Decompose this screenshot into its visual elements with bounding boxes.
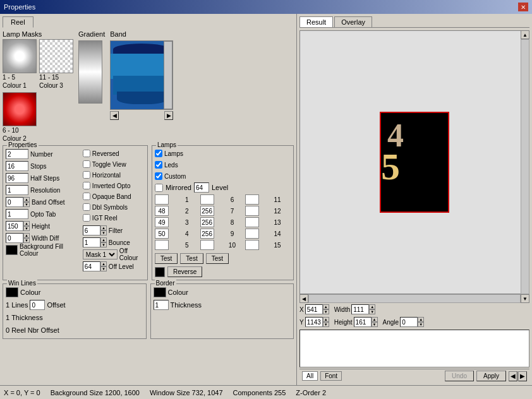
nav-fwd-btn[interactable]: ▶ — [518, 371, 527, 381]
toggle-view-checkbox[interactable] — [83, 160, 90, 168]
resolution-input[interactable] — [6, 185, 28, 195]
lamp-cell-r3c5[interactable] — [245, 217, 259, 227]
tab-result[interactable]: Result — [299, 16, 333, 27]
lamp-cell-r5c1[interactable] — [155, 240, 169, 250]
reversed-checkbox[interactable] — [83, 150, 90, 157]
lamp-cell-r3c3[interactable] — [200, 217, 214, 227]
scroll-up-btn[interactable]: ▲ — [521, 30, 529, 39]
band-prev-btn[interactable]: ◀ — [110, 111, 119, 120]
bounce-down[interactable]: ▼ — [100, 242, 107, 247]
y-down[interactable]: ▼ — [323, 322, 329, 327]
band-offset-down[interactable]: ▼ — [23, 202, 30, 207]
lamp-cell-r4c3[interactable] — [200, 229, 214, 239]
lines-input[interactable] — [30, 300, 45, 310]
x-input[interactable] — [305, 304, 323, 314]
opaque-band-checkbox[interactable] — [83, 193, 90, 200]
bg-fill-swatch[interactable] — [6, 245, 18, 255]
border-colour-swatch[interactable] — [154, 287, 166, 297]
band-next-btn[interactable]: ▶ — [164, 111, 173, 120]
igt-reel-checkbox[interactable] — [83, 214, 90, 222]
apply-button[interactable]: Apply — [476, 371, 506, 381]
band-offset-up[interactable]: ▲ — [23, 197, 30, 202]
width-up[interactable]: ▲ — [369, 304, 375, 309]
mask-colour-3-preview[interactable] — [39, 39, 73, 73]
width-input[interactable] — [351, 304, 369, 314]
y-input[interactable] — [305, 317, 323, 327]
off-level-input[interactable] — [83, 261, 100, 271]
height-input[interactable] — [6, 221, 23, 231]
border-thickness-input[interactable] — [154, 300, 169, 310]
scroll-left-btn[interactable]: ◀ — [299, 294, 308, 303]
undo-button[interactable]: Undo — [445, 371, 474, 381]
win-colour-swatch[interactable] — [6, 287, 18, 297]
test-btn-2[interactable]: Test — [180, 253, 203, 264]
angle-up[interactable]: ▲ — [418, 317, 424, 322]
lamp-cell-r2c5[interactable] — [245, 206, 259, 216]
angle-down[interactable]: ▼ — [418, 322, 424, 327]
level-input[interactable] — [194, 182, 209, 193]
lamp-cell-r3c1[interactable] — [155, 217, 169, 227]
horizontal-checkbox[interactable] — [83, 171, 90, 179]
lamps-checkbox[interactable] — [155, 150, 162, 157]
lamp-cell-r2c3[interactable] — [200, 206, 214, 216]
y-up[interactable]: ▲ — [323, 317, 329, 322]
mask-colour-2-preview[interactable] — [3, 92, 37, 126]
width-down[interactable]: ▼ — [369, 309, 375, 314]
lamp-cell-r1c5[interactable] — [245, 194, 259, 205]
stops-input[interactable] — [6, 161, 28, 171]
x-up[interactable]: ▲ — [323, 304, 329, 309]
height-down[interactable]: ▼ — [23, 226, 30, 231]
dbl-symbols-checkbox[interactable] — [83, 203, 90, 211]
leds-checkbox[interactable] — [155, 161, 162, 169]
number-input[interactable] — [6, 149, 28, 159]
scroll-track-h[interactable] — [308, 294, 521, 303]
lamp-cell-r1c3[interactable] — [200, 194, 214, 205]
filter-input[interactable] — [83, 225, 100, 235]
lamp-cell-r4c1[interactable] — [155, 229, 169, 239]
height-pos-up[interactable]: ▲ — [372, 317, 378, 322]
footer-tab-font[interactable]: Font — [320, 371, 342, 381]
lamp-cell-r4c5[interactable] — [245, 229, 259, 239]
bounce-input[interactable] — [83, 237, 100, 247]
width-diff-down[interactable]: ▼ — [23, 238, 30, 243]
bounce-up[interactable]: ▲ — [100, 237, 107, 242]
half-steps-input[interactable] — [6, 173, 28, 183]
half-steps-label: Half Steps — [30, 175, 59, 182]
reverse-btn[interactable]: Reverse — [167, 266, 202, 277]
lamp-cell-r5c3[interactable] — [200, 240, 214, 250]
tab-overlay[interactable]: Overlay — [334, 16, 372, 27]
lamp-cell-r2c1[interactable] — [155, 206, 169, 216]
scroll-track-v[interactable] — [521, 39, 529, 294]
mask-colour-1-preview[interactable] — [3, 39, 37, 73]
filter-up[interactable]: ▲ — [100, 225, 107, 230]
nav-back-btn[interactable]: ◀ — [509, 371, 517, 381]
lamp-cell-r1c1[interactable] — [155, 194, 169, 205]
mask-dropdown[interactable]: Mask 1 — [83, 249, 118, 259]
mirrored-checkbox[interactable] — [155, 184, 163, 192]
band-preview[interactable] — [110, 40, 173, 110]
inverted-opto-checkbox[interactable] — [83, 182, 90, 189]
width-diff-up[interactable]: ▲ — [23, 233, 30, 238]
custom-checkbox[interactable] — [155, 172, 162, 180]
lamp-cell-r5c5[interactable] — [245, 240, 259, 250]
height-up[interactable]: ▲ — [23, 221, 30, 226]
width-diff-input[interactable] — [6, 233, 23, 243]
off-level-down[interactable]: ▼ — [100, 266, 107, 271]
off-level-up[interactable]: ▲ — [100, 261, 107, 266]
close-button[interactable]: ✕ — [518, 3, 528, 11]
gradient-preview[interactable] — [78, 40, 102, 104]
filter-spinner: ▲ ▼ — [83, 225, 107, 235]
test-btn-1[interactable]: Test — [155, 253, 178, 264]
footer-tab-all[interactable]: All — [302, 371, 318, 381]
angle-input[interactable] — [400, 317, 418, 327]
height-pos-input[interactable] — [354, 317, 372, 327]
height-pos-down[interactable]: ▼ — [372, 322, 378, 327]
opto-tab-input[interactable] — [6, 209, 28, 219]
filter-down[interactable]: ▼ — [100, 230, 107, 235]
reverse-swatch[interactable] — [155, 267, 165, 277]
text-area[interactable] — [299, 330, 529, 367]
tab-reel[interactable]: Reel — [3, 16, 33, 28]
x-down[interactable]: ▼ — [323, 309, 329, 314]
band-offset-input[interactable] — [6, 197, 23, 207]
test-btn-3[interactable]: Test — [206, 253, 229, 264]
